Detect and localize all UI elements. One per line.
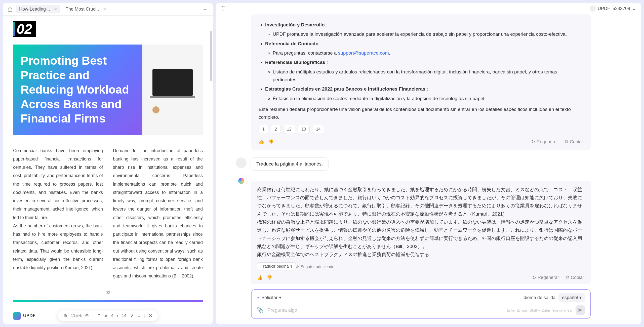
thumbs-down-button[interactable]: 👎 — [268, 138, 274, 146]
thumbs-up-button[interactable]: 👍 — [257, 275, 263, 280]
document-viewer[interactable]: 02 Promoting Best Practice and Reducing … — [3, 16, 213, 324]
tab-label: How-Leading-… — [19, 7, 52, 12]
copy-icon: ⧉ — [565, 138, 568, 146]
column-2: Demand for the introduction of paperless… — [113, 147, 203, 280]
scrollbar-thumb[interactable] — [210, 31, 212, 81]
copy-button[interactable]: ⧉Copiar — [566, 275, 584, 280]
add-tab-button[interactable]: + — [201, 6, 209, 13]
page-chips: 1 2 12 13 14 — [259, 125, 583, 134]
column-1: Commercial banks have been employing pap… — [13, 147, 103, 280]
first-page-button[interactable]: ⌃ — [97, 313, 101, 318]
zoom-toolbar: ⊕ 115% ⊖ | ⌃ ∧ 4 / 14 ∨ ⌄ | ✕ — [58, 310, 158, 321]
trash-icon[interactable] — [221, 6, 226, 12]
avatar-icon — [590, 6, 596, 12]
user-avatar-icon — [236, 157, 247, 168]
output-lang-selector[interactable]: español ▾ — [558, 293, 585, 302]
brand-text: UPDF — [23, 313, 35, 318]
chat-input-bar: ✦ Solicitar ▾ Idioma de salida español ▾… — [251, 289, 591, 319]
chevron-down-icon: ▾ — [279, 295, 281, 300]
user-menu[interactable]: UPDF_5243709 ⌄ — [590, 6, 636, 12]
regenerate-button[interactable]: ↻Regenerar — [531, 138, 558, 146]
chevron-down-icon: ▾ — [579, 295, 582, 300]
laptop-icon — [152, 69, 193, 96]
thumbs-down-button[interactable]: 👎 — [267, 275, 272, 280]
tabs-bar: How-Leading-… ✕ The Most Cruci… ✕ + — [3, 3, 213, 16]
chat-header: UPDF_5243709 ⌄ — [216, 3, 641, 14]
pdf-panel: How-Leading-… ✕ The Most Cruci… ✕ + 02 P… — [3, 3, 213, 324]
user-name: UPDF_5243709 — [598, 6, 630, 11]
updf-logo-icon — [13, 312, 21, 320]
translate-page-chip[interactable]: Traducir página 4 — [257, 262, 296, 270]
page-chip[interactable]: 13 — [298, 125, 310, 134]
close-icon[interactable]: ✕ — [54, 7, 57, 12]
page-badge: 02 — [13, 21, 36, 37]
zoom-in-button[interactable]: ⊕ — [63, 313, 67, 318]
page-chip[interactable]: 14 — [312, 125, 324, 134]
zoom-level: 115% — [71, 313, 82, 318]
output-lang-label: Idioma de salida — [522, 295, 555, 300]
next-page-button[interactable]: ∨ — [130, 313, 133, 318]
tab-1[interactable]: How-Leading-… ✕ — [16, 5, 60, 13]
tab-2[interactable]: The Most Cruci… ✕ — [63, 5, 109, 13]
chevron-down-icon: ⌄ — [632, 6, 636, 11]
page-number: 02 — [13, 291, 203, 295]
current-page[interactable]: 4 — [111, 313, 113, 318]
chat-input[interactable] — [267, 307, 503, 313]
regenerate-button[interactable]: ↻Regenerar — [532, 275, 559, 280]
sparkle-icon: ✦ — [257, 295, 260, 300]
ai-message-row: 商業銀行は何世紀にもわたり、紙に基づく金融取引を行ってきました。紙を処理するため… — [236, 176, 591, 284]
ai-message-jp: 商業銀行は何世紀にもわたり、紙に基づく金融取引を行ってきました。紙を処理するため… — [251, 181, 591, 284]
page-chip[interactable]: 1 — [259, 125, 268, 134]
attach-button[interactable]: 📎 — [257, 307, 263, 313]
body-columns: Commercial banks have been employing pap… — [13, 147, 203, 280]
page-chip[interactable]: 12 — [283, 125, 295, 134]
message-actions: 👍 👎 ↻Regenerar ⧉Copiar — [257, 275, 584, 280]
support-email-link[interactable]: support@superace.com — [338, 50, 389, 56]
user-message: Traduce la página 4 al japonés. — [251, 157, 329, 171]
prev-page-button[interactable]: ∧ — [104, 313, 108, 318]
last-page-button[interactable]: ⌄ — [137, 313, 141, 318]
tab-label: The Most Cruci… — [66, 7, 101, 12]
copy-icon: ⧉ — [566, 275, 569, 280]
input-hint: Enter Enviar; Shift + Enter Nueva línea — [507, 308, 572, 312]
user-message-row: Traduce la página 4 al japonés. — [236, 157, 591, 171]
ai-message: Investigación y Desarrollo : UPDF promue… — [251, 14, 591, 150]
close-icon[interactable]: ✕ — [103, 7, 106, 12]
message-actions: 👍 👎 ↻Regenerar ⧉Copiar — [259, 138, 583, 146]
copy-button[interactable]: ⧉Copiar — [565, 138, 583, 146]
jp-translation: 商業銀行は何世紀にもわたり、紙に基づく金融取引を行ってきました。紙を処理するため… — [257, 186, 584, 259]
divider-bar — [13, 300, 203, 302]
total-pages: 14 — [122, 313, 127, 318]
hero-section: Promoting Best Practice and Reducing Wor… — [13, 45, 203, 135]
thumbs-up-button[interactable]: 👍 — [259, 138, 264, 146]
chat-panel: UPDF_5243709 ⌄ Investigación y Desarroll… — [216, 3, 641, 324]
continue-translating-button[interactable]: ⟳Seguir traduciendo — [296, 264, 334, 269]
ai-avatar-icon — [236, 176, 247, 186]
zoom-out-button[interactable]: ⊖ — [85, 313, 89, 318]
close-toolbar-button[interactable]: ✕ — [149, 313, 152, 318]
chat-scroll[interactable]: Investigación y Desarrollo : UPDF promue… — [216, 14, 641, 284]
page-chip[interactable]: 2 — [271, 125, 281, 134]
send-button[interactable] — [576, 305, 585, 315]
arrow-icon: ⟳ — [296, 264, 299, 269]
refresh-icon: ↻ — [531, 138, 535, 146]
hero-image — [142, 45, 203, 135]
refresh-icon: ↻ — [532, 275, 536, 280]
hero-title: Promoting Best Practice and Reducing Wor… — [13, 45, 142, 135]
mode-selector[interactable]: ✦ Solicitar ▾ — [257, 295, 281, 300]
page-content: 02 Promoting Best Practice and Reducing … — [13, 21, 203, 324]
coffee-icon — [150, 104, 162, 116]
home-button[interactable] — [7, 6, 14, 13]
